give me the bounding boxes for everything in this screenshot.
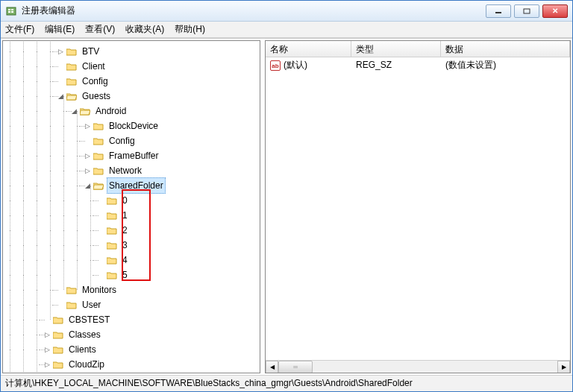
cell-name: ab(默认) — [266, 59, 351, 72]
tree-item-label: Classes — [66, 327, 103, 342]
scroll-thumb[interactable]: ═ — [278, 361, 313, 373]
tree-item-label: FrameBuffer — [107, 148, 160, 163]
tree-item[interactable]: CBSTEST — [3, 312, 260, 327]
folder-icon — [93, 167, 104, 175]
tree-item-label: 0 — [120, 193, 130, 208]
tree-item-label: Client — [80, 59, 107, 74]
folder-icon — [107, 256, 117, 265]
svg-rect-3 — [11, 9, 13, 10]
tree-item-label: Guests — [80, 89, 113, 104]
tree-item[interactable]: 3 — [3, 238, 260, 253]
col-header-name[interactable]: 名称 — [266, 41, 351, 57]
tree-item-label: BlockDevice — [107, 118, 160, 133]
folder-icon — [53, 331, 63, 339]
minimize-button[interactable] — [486, 4, 511, 18]
tree-item-label: Monitors — [80, 282, 119, 297]
string-value-icon: ab — [270, 60, 281, 71]
tree-item[interactable]: ▷CloudZip — [3, 357, 260, 372]
menu-edit[interactable]: 编辑(E) — [45, 23, 75, 36]
tree-item-label: CloudZip — [66, 357, 107, 372]
tree-item[interactable]: Config — [3, 74, 260, 89]
menu-favorites[interactable]: 收藏夹(A) — [125, 23, 164, 36]
menu-view[interactable]: 查看(V) — [85, 23, 115, 36]
tree-item[interactable]: ◢Guests — [3, 89, 260, 104]
folder-icon — [80, 107, 90, 116]
folder-icon — [107, 197, 117, 205]
tree-item-label: CBSTEST — [66, 312, 112, 327]
tree-item[interactable]: ▷Clients — [3, 342, 260, 357]
folder-icon — [66, 286, 77, 294]
tree-item[interactable]: ▷Classes — [3, 327, 260, 342]
close-button[interactable]: ✕ — [542, 4, 568, 18]
tree-item-label: 1 — [120, 208, 130, 223]
tree-item-label: 2 — [120, 223, 130, 238]
tree-item[interactable]: User — [3, 297, 260, 312]
tree-item[interactable]: ◢SharedFolder — [3, 178, 260, 193]
svg-rect-4 — [11, 11, 13, 13]
tree-item[interactable]: ▷FrameBuffer — [3, 148, 260, 163]
folder-icon — [93, 152, 104, 160]
tree-item[interactable]: 5 — [3, 268, 260, 282]
content-area: ▷BTVClientConfig◢Guests◢Android▷BlockDev… — [1, 38, 572, 375]
folder-icon — [66, 63, 77, 71]
tree-item-label: 4 — [120, 253, 130, 268]
tree-item-label: User — [80, 297, 103, 312]
tree-item[interactable]: ▷Network — [3, 163, 260, 178]
tree-item[interactable]: 1 — [3, 208, 260, 223]
window-title: 注册表编辑器 — [22, 4, 486, 17]
list-row[interactable]: ab(默认)REG_SZ(数值未设置) — [266, 57, 570, 72]
window: 注册表编辑器 ✕ 文件(F) 编辑(E) 查看(V) 收藏夹(A) 帮助(H) … — [0, 0, 573, 392]
tree-item-label: Config — [80, 74, 110, 89]
tree-item-label: 5 — [120, 268, 130, 282]
tree-item[interactable]: 4 — [3, 253, 260, 268]
maximize-button[interactable] — [514, 4, 539, 18]
tree-item[interactable]: Client — [3, 59, 260, 74]
tree-item-label: Config — [107, 133, 137, 148]
statusbar: 计算机\HKEY_LOCAL_MACHINE\SOFTWARE\BlueStac… — [1, 375, 572, 391]
menu-file[interactable]: 文件(F) — [5, 23, 34, 36]
folder-icon — [107, 212, 117, 220]
list-pane: 名称 类型 数据 ab(默认)REG_SZ(数值未设置) ◀ ═ ▶ — [265, 40, 571, 373]
tree-item[interactable]: Monitors — [3, 282, 260, 297]
list-header: 名称 类型 数据 — [266, 41, 570, 57]
folder-icon — [66, 92, 77, 101]
svg-rect-2 — [8, 11, 10, 13]
cell-type: REG_SZ — [351, 60, 441, 70]
tree-item[interactable]: ◢Android — [3, 104, 260, 118]
list-body[interactable]: ab(默认)REG_SZ(数值未设置) — [266, 57, 570, 360]
titlebar[interactable]: 注册表编辑器 ✕ — [1, 1, 572, 22]
tree-item[interactable]: ▷BlockDevice — [3, 118, 260, 133]
svg-rect-6 — [524, 9, 530, 13]
menu-help[interactable]: 帮助(H) — [175, 23, 205, 36]
tree-item[interactable]: Config — [3, 133, 260, 148]
col-header-type[interactable]: 类型 — [351, 41, 441, 57]
tree-item-label: Network — [107, 163, 144, 178]
tree-item[interactable]: 2 — [3, 223, 260, 238]
tree-item[interactable]: 0 — [3, 193, 260, 208]
folder-icon — [66, 48, 77, 56]
tree-item-label: Android — [93, 104, 128, 118]
svg-rect-1 — [8, 9, 10, 10]
tree-item-label: Clients — [66, 342, 98, 357]
folder-icon — [107, 227, 117, 235]
folder-icon — [93, 122, 104, 130]
folder-icon — [93, 182, 104, 190]
folder-icon — [93, 137, 104, 145]
window-buttons: ✕ — [486, 4, 568, 18]
tree-item[interactable]: ▷BTV — [3, 44, 260, 59]
tree[interactable]: ▷BTVClientConfig◢Guests◢Android▷BlockDev… — [3, 41, 260, 373]
folder-icon — [53, 361, 63, 369]
tree-item-label: 3 — [120, 238, 130, 253]
tree-item-label: BTV — [80, 44, 101, 59]
splitter[interactable] — [260, 39, 263, 375]
scroll-right-button[interactable]: ▶ — [557, 361, 570, 373]
horizontal-scrollbar[interactable]: ◀ ═ ▶ — [266, 360, 570, 373]
scroll-track[interactable]: ═ — [278, 361, 557, 373]
col-header-data[interactable]: 数据 — [441, 41, 570, 57]
cell-data: (数值未设置) — [441, 59, 570, 72]
scroll-left-button[interactable]: ◀ — [266, 361, 278, 373]
tree-item-label: SharedFolder — [107, 177, 166, 194]
tree-pane: ▷BTVClientConfig◢Guests◢Android▷BlockDev… — [2, 40, 260, 373]
app-icon — [5, 5, 17, 17]
folder-icon — [53, 316, 63, 324]
